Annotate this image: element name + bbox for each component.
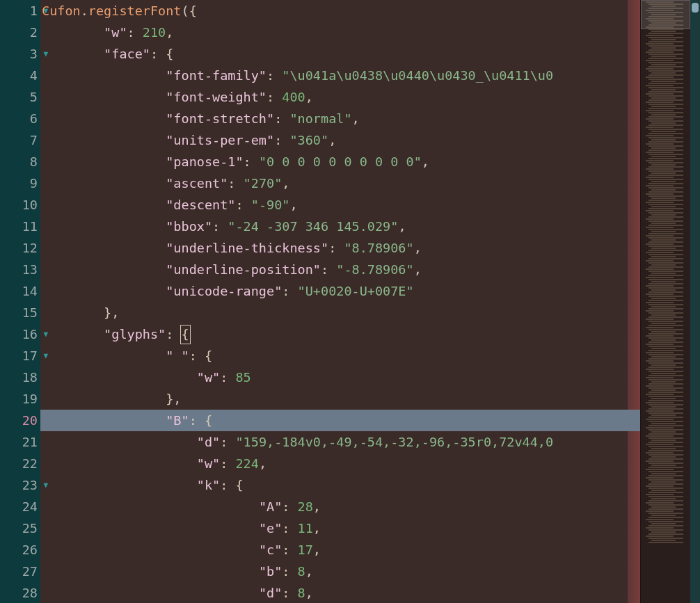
line-number[interactable]: 1▼ bbox=[0, 0, 40, 22]
code-token: "font-family" bbox=[166, 68, 267, 83]
code-line[interactable]: "face": { bbox=[40, 43, 640, 65]
code-token: : bbox=[244, 154, 259, 169]
code-token: : bbox=[220, 435, 235, 449]
code-line[interactable]: "font-weight": 400, bbox=[40, 86, 640, 108]
code-line[interactable]: "B": { bbox=[40, 410, 640, 431]
line-number[interactable]: 13 bbox=[0, 259, 40, 280]
code-token: "B" bbox=[166, 413, 189, 428]
minimap[interactable] bbox=[640, 0, 690, 603]
line-number[interactable]: 19 bbox=[0, 388, 40, 410]
code-token: : bbox=[127, 25, 143, 40]
code-token: "-24 -307 346 145.029" bbox=[228, 219, 398, 234]
code-token: } bbox=[104, 305, 111, 320]
line-number[interactable]: 17▼ bbox=[0, 345, 40, 367]
code-line[interactable]: "font-family": "\u041a\u0438\u0440\u0430… bbox=[40, 65, 640, 86]
code-token: "U+0020-U+007E" bbox=[298, 284, 414, 298]
code-token: : bbox=[220, 478, 235, 492]
line-number[interactable]: 23▼ bbox=[0, 474, 40, 496]
code-token: : bbox=[189, 348, 205, 363]
line-number[interactable]: 7 bbox=[0, 129, 40, 151]
code-line[interactable]: "k": { bbox=[40, 474, 640, 496]
code-line[interactable]: "panose-1": "0 0 0 0 0 0 0 0 0 0", bbox=[40, 151, 640, 172]
line-number[interactable]: 4 bbox=[0, 65, 40, 86]
line-number[interactable]: 28 bbox=[0, 582, 40, 603]
line-number-gutter[interactable]: 1▼23▼45678910111213141516▼17▼181920▼2122… bbox=[0, 0, 40, 603]
code-token: } bbox=[166, 392, 173, 406]
code-line[interactable]: "unicode-range": "U+0020-U+007E" bbox=[40, 280, 640, 302]
code-token: 224 bbox=[235, 456, 258, 471]
line-number[interactable]: 16▼ bbox=[0, 323, 40, 345]
code-token: : bbox=[220, 370, 235, 385]
line-number[interactable]: 14 bbox=[0, 280, 40, 302]
line-number[interactable]: 20▼ bbox=[0, 410, 40, 431]
line-number[interactable]: 22 bbox=[0, 453, 40, 474]
code-token: { bbox=[205, 413, 212, 428]
code-line[interactable]: "b": 8, bbox=[40, 561, 640, 582]
line-number[interactable]: 18 bbox=[0, 367, 40, 388]
code-token: , bbox=[328, 133, 336, 147]
scrollbar-thumb[interactable] bbox=[692, 3, 699, 13]
code-token: \u041a\u0438\u0440\u0430 bbox=[289, 68, 475, 83]
code-line[interactable]: "glyphs": { bbox=[40, 323, 640, 345]
line-number[interactable]: 27 bbox=[0, 561, 40, 582]
code-line[interactable]: "descent": "-90", bbox=[40, 194, 640, 216]
line-number[interactable]: 21 bbox=[0, 431, 40, 453]
code-token: 11 bbox=[298, 521, 313, 536]
line-number[interactable]: 25 bbox=[0, 517, 40, 539]
code-token: " bbox=[282, 68, 289, 83]
code-line[interactable]: }, bbox=[40, 388, 640, 410]
code-line[interactable]: "c": 17, bbox=[40, 539, 640, 561]
code-token: : bbox=[282, 586, 297, 600]
line-number[interactable]: 6 bbox=[0, 108, 40, 129]
code-token: 400 bbox=[282, 90, 305, 104]
minimap-viewport[interactable] bbox=[641, 0, 690, 29]
code-token: , bbox=[398, 219, 406, 234]
code-token: , bbox=[305, 586, 313, 600]
code-token: , bbox=[166, 25, 173, 40]
code-line[interactable]: "bbox": "-24 -307 346 145.029", bbox=[40, 216, 640, 237]
code-token: "w" bbox=[197, 456, 220, 471]
code-line[interactable]: "underline-position": "-8.78906", bbox=[40, 259, 640, 280]
vertical-scrollbar[interactable] bbox=[690, 0, 700, 603]
code-line[interactable]: "ascent": "270", bbox=[40, 172, 640, 194]
code-token: "ascent" bbox=[166, 176, 228, 191]
code-line[interactable]: " ": { bbox=[40, 345, 640, 367]
code-token: : bbox=[235, 198, 250, 212]
code-token: , bbox=[414, 241, 422, 255]
line-number[interactable]: 9 bbox=[0, 172, 40, 194]
line-number[interactable]: 15 bbox=[0, 302, 40, 323]
code-line[interactable]: Cufon.registerFont({ bbox=[40, 0, 640, 22]
line-number[interactable]: 24 bbox=[0, 496, 40, 517]
code-line[interactable]: "e": 11, bbox=[40, 517, 640, 539]
code-line[interactable]: }, bbox=[40, 302, 640, 323]
code-editor: 1▼23▼45678910111213141516▼17▼181920▼2122… bbox=[0, 0, 700, 603]
code-token: 8 bbox=[298, 564, 305, 579]
code-line[interactable]: "w": 224, bbox=[40, 453, 640, 474]
line-number[interactable]: 5 bbox=[0, 86, 40, 108]
line-number[interactable]: 10 bbox=[0, 194, 40, 216]
code-line[interactable]: "d": "159,-184v0,-49,-54,-32,-96,-35r0,7… bbox=[40, 431, 640, 453]
line-number[interactable]: 2 bbox=[0, 22, 40, 43]
line-number[interactable]: 8 bbox=[0, 151, 40, 172]
code-token: "-8.78906" bbox=[336, 262, 413, 277]
code-line[interactable]: "units-per-em": "360", bbox=[40, 129, 640, 151]
code-line[interactable]: "font-stretch": "normal", bbox=[40, 108, 640, 129]
line-number[interactable]: 11 bbox=[0, 216, 40, 237]
code-token: registerFont bbox=[88, 3, 182, 18]
code-token: : bbox=[282, 542, 297, 557]
code-line[interactable]: "A": 28, bbox=[40, 496, 640, 517]
code-line[interactable]: "w": 210, bbox=[40, 22, 640, 43]
code-text-area[interactable]: Cufon.registerFont({ "w": 210, "face": {… bbox=[40, 0, 640, 603]
code-line[interactable]: "w": 85 bbox=[40, 367, 640, 388]
line-number[interactable]: 12 bbox=[0, 237, 40, 259]
code-line[interactable]: "d": 8, bbox=[40, 582, 640, 603]
code-token: , bbox=[422, 154, 429, 169]
line-number[interactable]: 26 bbox=[0, 539, 40, 561]
code-line[interactable]: "underline-thickness": "8.78906", bbox=[40, 237, 640, 259]
line-number[interactable]: 3▼ bbox=[0, 43, 40, 65]
code-token: "w" bbox=[104, 25, 127, 40]
code-token: : bbox=[150, 47, 166, 61]
code-token: "units-per-em" bbox=[166, 133, 274, 147]
code-token: "-90" bbox=[251, 198, 290, 212]
code-token: "d" bbox=[197, 435, 220, 449]
